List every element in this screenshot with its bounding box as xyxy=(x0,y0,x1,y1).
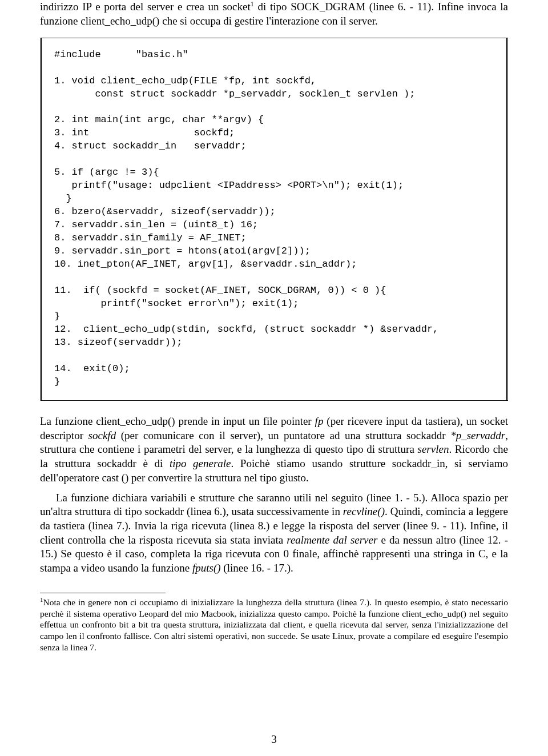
code-listing: #include "basic.h" 1. void client_echo_u… xyxy=(40,38,508,401)
p2-s3: (per comunicare con il server), un punta… xyxy=(116,429,450,441)
footnote-text: Nota che in genere non ci occupiamo di i… xyxy=(40,597,508,652)
p2-tipogen: tipo generale xyxy=(170,457,231,469)
page-number: 3 xyxy=(0,733,548,746)
p3-recvline: recvline() xyxy=(343,505,385,517)
p2-servlen: servlen xyxy=(418,443,449,455)
footnote-separator xyxy=(40,593,166,593)
p2-pservaddr: *p_servaddr xyxy=(450,429,505,441)
body-paragraph-2: La funzione dichiara variabili e struttu… xyxy=(40,491,508,576)
body-paragraph-1: La funzione client_echo_udp() prende in … xyxy=(40,415,508,485)
p3-s4: (linee 16. - 17.). xyxy=(221,562,293,574)
footnote-1: 1Nota che in genere non ci occupiamo di … xyxy=(40,596,508,653)
p3-realmente: realmente dal server xyxy=(287,534,377,546)
p2-s1: La funzione client_echo_udp() prende in … xyxy=(40,415,315,427)
p2-fp: fp xyxy=(315,415,324,427)
intro-text-1: indirizzo IP e porta del server e crea u… xyxy=(40,1,251,13)
intro-paragraph: indirizzo IP e porta del server e crea u… xyxy=(40,0,508,29)
page: indirizzo IP e porta del server e crea u… xyxy=(0,0,548,756)
p3-fputs: fputs() xyxy=(192,562,221,574)
p2-sockfd: sockfd xyxy=(88,429,116,441)
